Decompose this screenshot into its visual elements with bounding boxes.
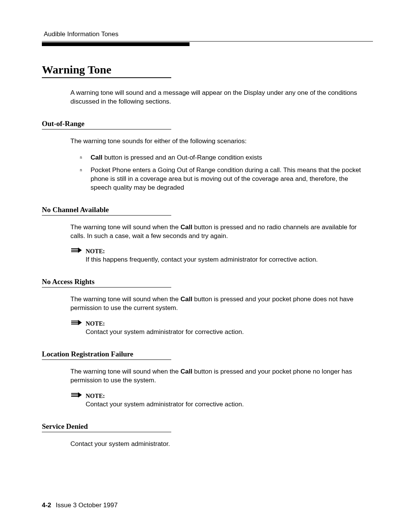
- note-arrow-icon: [70, 320, 83, 327]
- subheading-no-access: No Access Rights: [42, 278, 373, 286]
- note-label: NOTE:: [86, 320, 362, 327]
- para-bold: Call: [180, 368, 192, 375]
- page-content: Audible Information Tones Warning Tone A…: [0, 0, 411, 479]
- running-head: Audible Information Tones: [44, 30, 373, 38]
- subheading-loc-reg: Location Registration Failure: [42, 350, 373, 358]
- no-access-paragraph: The warning tone will sound when the Cal…: [70, 295, 362, 313]
- sub-rule: [42, 215, 171, 216]
- note-text: If this happens frequently, contact your…: [86, 256, 362, 264]
- svg-marker-3: [78, 248, 82, 253]
- service-denied-paragraph: Contact your system administrator.: [70, 440, 362, 449]
- sub-rule: [42, 287, 171, 288]
- issue-info: Issue 3 October 1997: [56, 502, 118, 509]
- note-text: Contact your system administrator for co…: [86, 328, 362, 337]
- note-block: NOTE: Contact your system administrator …: [70, 320, 362, 337]
- svg-marker-7: [78, 320, 82, 325]
- bullet-bold: Call: [91, 154, 102, 161]
- page-title: Warning Tone: [42, 63, 373, 76]
- loc-reg-paragraph: The warning tone will sound when the Cal…: [70, 367, 362, 385]
- intro-paragraph: A warning tone will sound and a message …: [70, 89, 362, 106]
- subheading-service-denied: Service Denied: [42, 422, 373, 431]
- list-item: Call button is pressed and an Out-of-Ran…: [80, 153, 362, 162]
- subheading-out-of-range: Out-of-Range: [42, 120, 373, 128]
- sub-rule: [42, 129, 171, 129]
- svg-marker-11: [78, 392, 82, 398]
- top-rule: [42, 41, 373, 42]
- note-block: NOTE: If this happens frequently, contac…: [70, 248, 362, 264]
- note-block: NOTE: Contact your system administrator …: [70, 393, 362, 409]
- para-bold: Call: [180, 296, 192, 303]
- note-arrow-icon: [70, 392, 83, 399]
- bullet-lead: Pocket Phone: [91, 166, 131, 174]
- bullet-text: button is pressed and an Out-of-Range co…: [102, 154, 262, 161]
- sub-rule: [42, 359, 171, 360]
- bullet-text: enters a Going Out of Range condition du…: [91, 166, 361, 191]
- subheading-no-channel: No Channel Available: [42, 206, 373, 214]
- note-label: NOTE:: [86, 393, 362, 399]
- note-label: NOTE:: [86, 248, 362, 255]
- para-pre: The warning tone will sound when the: [70, 296, 180, 303]
- para-pre: The warning tone will sound when the: [70, 368, 180, 375]
- header-black-bar: [42, 42, 190, 46]
- para-pre: The warning tone will sound when the: [70, 224, 180, 231]
- note-arrow-icon: [70, 247, 83, 255]
- page-number: 4-2: [42, 502, 51, 509]
- para-bold: Call: [180, 224, 192, 231]
- note-text: Contact your system administrator for co…: [86, 400, 362, 409]
- sub-rule: [42, 432, 171, 432]
- out-of-range-list: Call button is pressed and an Out-of-Ran…: [80, 153, 362, 192]
- out-of-range-intro: The warning tone sounds for either of th…: [70, 137, 362, 146]
- page-footer: 4-2Issue 3 October 1997: [42, 502, 118, 509]
- no-channel-paragraph: The warning tone will sound when the Cal…: [70, 223, 362, 241]
- title-rule: [42, 77, 171, 78]
- list-item: Pocket Phone enters a Going Out of Range…: [80, 166, 362, 192]
